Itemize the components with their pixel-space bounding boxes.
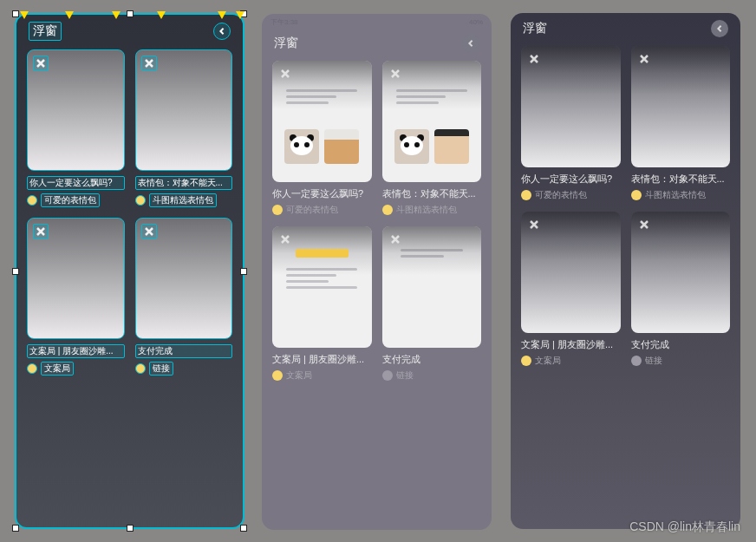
source-icon [272, 370, 283, 381]
card-thumbnail [272, 226, 372, 348]
close-icon [391, 69, 400, 78]
card-subtitle: 可爱的表情包 [41, 193, 100, 207]
card-subtitle-row: 斗图精选表情包 [631, 189, 731, 201]
card-grid: 你人一定要这么飘吗? 可爱的表情包 表情包：对象不能天... 斗图精选表情包 文… [511, 46, 740, 367]
card-subtitle: 文案局 [286, 369, 312, 382]
card-title: 表情包：对象不能天... [382, 187, 482, 200]
close-button[interactable] [141, 56, 157, 71]
card-title: 你人一定要这么飘吗? [272, 187, 372, 200]
card-thumbnail [135, 49, 233, 171]
float-card[interactable]: 表情包：对象不能天... 斗图精选表情包 [135, 49, 233, 207]
close-icon [530, 220, 538, 229]
close-icon [640, 220, 648, 229]
card-thumbnail [382, 61, 482, 182]
card-subtitle: 可爱的表情包 [286, 204, 338, 216]
float-card[interactable]: 表情包：对象不能天... 斗图精选表情包 [382, 61, 482, 216]
close-button[interactable] [141, 224, 157, 239]
card-thumbnail [521, 212, 621, 333]
card-subtitle: 可爱的表情包 [535, 189, 587, 201]
source-icon [27, 363, 37, 374]
spec-marker [65, 11, 74, 19]
float-card[interactable]: 文案局 | 朋友圈沙雕... 文案局 [521, 212, 621, 367]
card-title: 文案局 | 朋友圈沙雕... [272, 353, 372, 366]
source-icon [631, 190, 642, 200]
close-button[interactable] [33, 224, 49, 239]
card-thumbnail [27, 218, 125, 339]
panel-spec: 浮窗 你人一定要这么飘吗? 可爱的表情包 表情包：对象不能天.. [15, 13, 244, 529]
source-icon [382, 205, 393, 215]
card-subtitle-row: 文案局 [272, 369, 372, 382]
card-grid: 你人一定要这么飘吗? 可爱的表情包 表情包：对象不能天... 斗图精选表情包 [262, 61, 492, 382]
source-icon [631, 356, 642, 366]
status-battery: 40% [469, 18, 483, 26]
close-button[interactable] [388, 66, 403, 82]
close-icon [530, 55, 538, 63]
card-subtitle: 文案局 [535, 355, 561, 367]
card-title: 支付完成 [631, 338, 731, 351]
card-thumbnail [135, 218, 233, 339]
source-icon [521, 190, 531, 200]
close-button[interactable] [526, 217, 542, 232]
card-subtitle-row: 斗图精选表情包 [382, 204, 482, 216]
card-subtitle-row: 可爱的表情包 [272, 204, 372, 216]
watermark: CSDN @lin林青春lin [629, 519, 740, 535]
card-title: 表情包：对象不能天... [135, 176, 233, 190]
close-button[interactable] [277, 232, 293, 247]
source-icon [382, 370, 393, 381]
card-subtitle-row: 文案局 [27, 362, 125, 375]
preview-image [434, 129, 469, 164]
card-thumbnail [631, 212, 731, 333]
float-card[interactable]: 支付完成 链接 [631, 212, 731, 367]
preview-image [394, 129, 429, 164]
card-thumbnail [272, 61, 372, 182]
card-thumbnail [27, 49, 125, 171]
panel-title: 浮窗 [274, 36, 298, 51]
selection-handle[interactable] [127, 10, 134, 17]
selection-handle[interactable] [12, 525, 19, 532]
selection-handle[interactable] [12, 10, 19, 17]
float-card[interactable]: 支付完成 链接 [135, 218, 233, 375]
card-subtitle: 斗图精选表情包 [645, 189, 706, 201]
selection-handle[interactable] [12, 268, 19, 275]
back-button[interactable] [213, 23, 231, 40]
card-subtitle: 链接 [645, 355, 662, 367]
card-title: 文案局 | 朋友圈沙雕... [27, 344, 125, 358]
float-card[interactable]: 文案局 | 朋友圈沙雕... 文案局 [27, 218, 125, 375]
close-button[interactable] [277, 66, 293, 82]
close-button[interactable] [388, 232, 403, 247]
selection-handle[interactable] [240, 268, 247, 275]
panel-header: 浮窗 [262, 28, 492, 61]
card-title: 文案局 | 朋友圈沙雕... [521, 338, 621, 351]
close-button[interactable] [636, 217, 652, 232]
chevron-left-icon [716, 25, 723, 32]
source-icon [135, 363, 146, 374]
close-button[interactable] [526, 51, 542, 67]
close-icon [145, 227, 153, 236]
card-subtitle-row: 可爱的表情包 [27, 193, 125, 207]
close-button[interactable] [636, 51, 652, 67]
card-thumbnail [631, 46, 731, 167]
float-card[interactable]: 文案局 | 朋友圈沙雕... 文案局 [272, 226, 372, 382]
selection-handle[interactable] [240, 525, 247, 532]
close-icon [391, 235, 400, 244]
selection-handle[interactable] [127, 525, 134, 532]
card-title: 你人一定要这么飘吗? [521, 173, 621, 186]
card-subtitle-row: 链接 [382, 369, 482, 382]
panel-mockup: 下午3:38 40% 浮窗 你人一定要这么飘吗? 可爱的表情包 [262, 14, 492, 530]
float-card[interactable]: 你人一定要这么飘吗? 可爱的表情包 [272, 61, 372, 216]
back-button[interactable] [462, 35, 479, 52]
spec-marker [236, 11, 244, 19]
card-subtitle-row: 文案局 [521, 355, 621, 367]
float-card[interactable]: 你人一定要这么飘吗? 可爱的表情包 [27, 49, 125, 207]
close-button[interactable] [33, 56, 49, 71]
source-icon [27, 195, 37, 206]
spec-marker [157, 11, 166, 19]
preview-image [284, 129, 319, 164]
card-subtitle: 斗图精选表情包 [396, 204, 457, 216]
float-card[interactable]: 表情包：对象不能天... 斗图精选表情包 [631, 46, 731, 201]
card-title: 支付完成 [135, 344, 233, 358]
close-icon [145, 59, 153, 68]
float-card[interactable]: 支付完成 链接 [382, 226, 482, 382]
float-card[interactable]: 你人一定要这么飘吗? 可爱的表情包 [521, 46, 621, 201]
back-button[interactable] [711, 20, 728, 37]
